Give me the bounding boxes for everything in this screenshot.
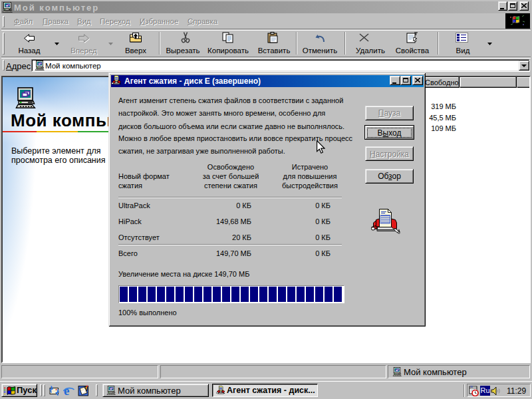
svg-text:e: e xyxy=(64,385,69,396)
svg-text:38: 38 xyxy=(470,386,473,388)
